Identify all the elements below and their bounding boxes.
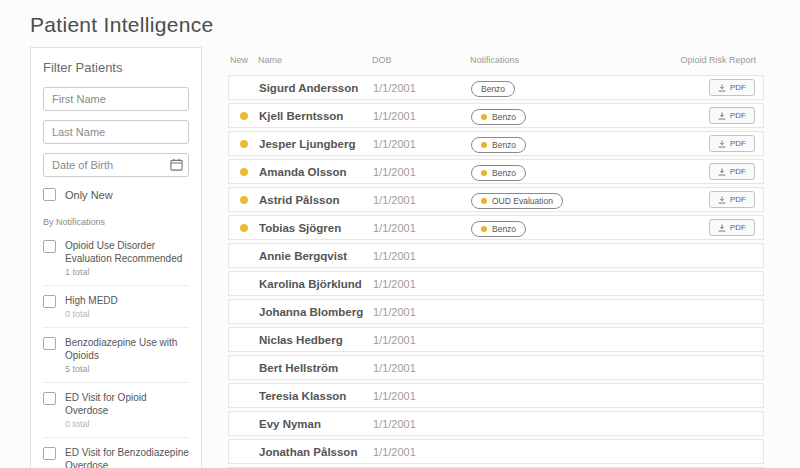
patient-name: Annie Bergqvist (259, 250, 373, 262)
notification-badge: Benzo (471, 221, 526, 237)
new-indicator-dot (240, 140, 248, 148)
patient-name: Jesper Ljungberg (259, 138, 373, 150)
notification-filter-item[interactable]: ED Visit for Benzodiazepine Overdose0 to… (43, 438, 189, 468)
notification-badge: Benzo (471, 137, 526, 153)
table-row[interactable]: Teresia Klasson1/1/2001 (228, 383, 764, 408)
pdf-button-label: PDF (730, 83, 746, 92)
new-indicator-dot (240, 224, 248, 232)
dob-input[interactable] (43, 153, 189, 177)
report-cell: PDF (675, 79, 755, 96)
table-row[interactable]: Kjell Berntsson1/1/2001BenzoPDF (228, 103, 764, 128)
table-row[interactable]: Annie Bergqvist1/1/2001 (228, 243, 764, 268)
badge-dot (481, 226, 487, 232)
patient-name: Kjell Berntsson (259, 110, 373, 122)
filter-label: ED Visit for Opioid Overdose (65, 391, 189, 417)
notification-badge-label: Benzo (492, 140, 516, 150)
filter-checkbox[interactable] (43, 392, 56, 405)
table-row[interactable]: Astrid Pålsson1/1/2001OUD EvaluationPDF (228, 187, 764, 212)
table-body: Sigurd Andersson1/1/2001BenzoPDFKjell Be… (228, 75, 764, 464)
last-name-input[interactable] (43, 120, 189, 144)
table-row[interactable]: Niclas Hedberg1/1/2001 (228, 327, 764, 352)
notification-filter-item[interactable]: Opioid Use Disorder Evaluation Recommend… (43, 231, 189, 286)
badge-dot (481, 170, 487, 176)
new-cell (229, 196, 259, 204)
column-header-name: Name (258, 55, 372, 65)
notification-badge-label: Benzo (492, 224, 516, 234)
new-cell (229, 140, 259, 148)
patient-dob: 1/1/2001 (373, 222, 471, 234)
report-cell: PDF (675, 107, 755, 124)
download-icon (718, 84, 726, 92)
table-row[interactable]: Bert Hellström1/1/2001 (228, 355, 764, 380)
notification-filter-item[interactable]: High MEDD0 total (43, 286, 189, 328)
pdf-button-label: PDF (730, 111, 746, 120)
table-row[interactable]: Johanna Blomberg1/1/2001 (228, 299, 764, 324)
report-cell: PDF (675, 219, 755, 236)
table-header-row: New Name DOB Notifications Opioid Risk R… (228, 47, 764, 75)
patient-name: Sigurd Andersson (259, 82, 373, 94)
report-cell: PDF (675, 191, 755, 208)
table-row[interactable]: Jonathan Pålsson1/1/2001 (228, 439, 764, 464)
notification-badge: Benzo (471, 81, 515, 97)
download-icon (718, 196, 726, 204)
patient-dob: 1/1/2001 (373, 418, 471, 430)
patient-dob: 1/1/2001 (373, 306, 471, 318)
table-row[interactable]: Karolina Björklund1/1/2001 (228, 271, 764, 296)
patient-name: Bert Hellström (259, 362, 373, 374)
filter-checkbox[interactable] (43, 240, 56, 253)
notifications-cell: OUD Evaluation (471, 190, 675, 209)
filter-checkbox[interactable] (43, 337, 56, 350)
pdf-download-button[interactable]: PDF (709, 163, 755, 180)
only-new-checkbox[interactable] (43, 188, 56, 201)
patient-name: Astrid Pålsson (259, 194, 373, 206)
pdf-download-button[interactable]: PDF (709, 219, 755, 236)
content-area: Filter Patients Only New By Notification… (0, 47, 800, 468)
download-icon (718, 224, 726, 232)
pdf-download-button[interactable]: PDF (709, 191, 755, 208)
page-header: Patient Intelligence (0, 0, 800, 47)
filter-checkbox[interactable] (43, 295, 56, 308)
notification-filter-item[interactable]: ED Visit for Opioid Overdose0 total (43, 383, 189, 438)
report-cell: PDF (675, 135, 755, 152)
patient-dob: 1/1/2001 (373, 194, 471, 206)
notifications-cell: Benzo (471, 134, 675, 153)
patient-name: Karolina Björklund (259, 278, 373, 290)
only-new-filter[interactable]: Only New (43, 188, 189, 201)
filter-label: Benzodiazepine Use with Opioids (65, 336, 189, 362)
pdf-button-label: PDF (730, 139, 746, 148)
patient-name: Niclas Hedberg (259, 334, 373, 346)
filter-checkbox[interactable] (43, 447, 56, 460)
patient-dob: 1/1/2001 (373, 250, 471, 262)
patient-dob: 1/1/2001 (373, 110, 471, 122)
download-icon (718, 168, 726, 176)
patient-name: Jonathan Pålsson (259, 446, 373, 458)
calendar-icon[interactable] (170, 158, 183, 171)
table-row[interactable]: Jesper Ljungberg1/1/2001BenzoPDF (228, 131, 764, 156)
notification-badge-label: OUD Evaluation (492, 196, 553, 206)
notification-badge-label: Benzo (492, 168, 516, 178)
table-row[interactable]: Evy Nyman1/1/2001 (228, 411, 764, 436)
table-row[interactable]: Sigurd Andersson1/1/2001BenzoPDF (228, 75, 764, 100)
filter-count: 0 total (65, 309, 118, 319)
notification-badge: OUD Evaluation (471, 193, 563, 209)
new-cell (229, 224, 259, 232)
pdf-download-button[interactable]: PDF (709, 79, 755, 96)
pdf-download-button[interactable]: PDF (709, 107, 755, 124)
badge-dot (481, 114, 487, 120)
filter-label: ED Visit for Benzodiazepine Overdose (65, 446, 189, 468)
patient-dob: 1/1/2001 (373, 334, 471, 346)
new-indicator-dot (240, 196, 248, 204)
notification-filter-item[interactable]: Benzodiazepine Use with Opioids5 total (43, 328, 189, 383)
table-row[interactable]: Tobias Sjögren1/1/2001BenzoPDF (228, 215, 764, 240)
new-indicator-dot (240, 168, 248, 176)
pdf-button-label: PDF (730, 195, 746, 204)
pdf-download-button[interactable]: PDF (709, 135, 755, 152)
table-row[interactable]: Amanda Olsson1/1/2001BenzoPDF (228, 159, 764, 184)
first-name-input[interactable] (43, 87, 189, 111)
notification-badge: Benzo (471, 109, 526, 125)
column-header-notifications: Notifications (470, 55, 676, 65)
patient-dob: 1/1/2001 (373, 278, 471, 290)
by-notifications-label: By Notifications (43, 217, 189, 227)
download-icon (718, 140, 726, 148)
filter-count: 5 total (65, 364, 189, 374)
